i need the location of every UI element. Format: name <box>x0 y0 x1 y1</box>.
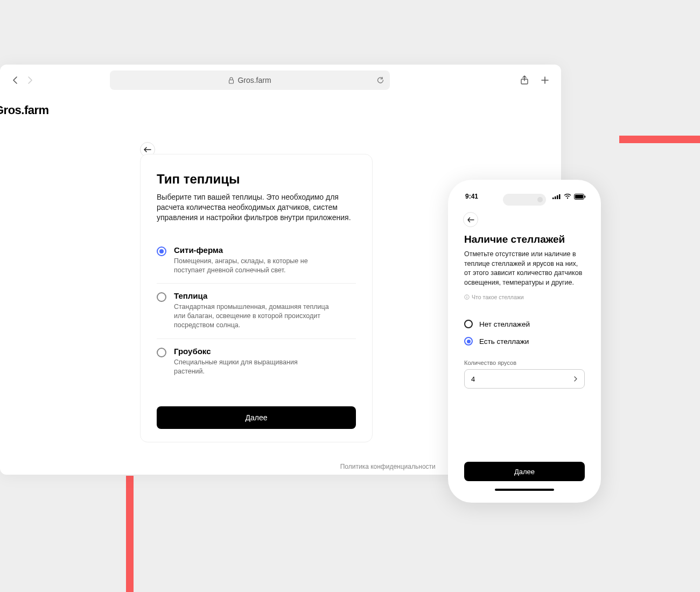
accent-bar-top <box>619 136 700 143</box>
refresh-button[interactable] <box>376 76 384 84</box>
radio-unselected-icon <box>464 320 473 328</box>
svg-rect-4 <box>557 195 558 199</box>
svg-rect-9 <box>585 195 586 198</box>
lock-icon <box>228 77 234 84</box>
radio-selected-icon <box>157 246 166 256</box>
dynamic-island <box>503 194 546 206</box>
brand-logo: Gros.farm <box>0 103 49 117</box>
option-greenhouse[interactable]: Теплица Стандартная промышленная, домашн… <box>157 284 356 339</box>
option-city-farm[interactable]: Сити-ферма Помещения, ангары, склады, в … <box>157 238 356 284</box>
card-title: Тип теплицы <box>157 172 356 187</box>
browser-back-button[interactable] <box>11 75 20 85</box>
privacy-link[interactable]: Политика конфиденциальности <box>340 463 436 470</box>
svg-rect-2 <box>552 198 554 199</box>
option-title: Теплица <box>174 291 330 300</box>
tiers-field-label: Количество ярусов <box>464 360 585 366</box>
tiers-select[interactable]: 4 <box>464 369 585 389</box>
option-subtitle: Стандартная промышленная, домашняя тепли… <box>174 302 330 330</box>
browser-toolbar: Gros.farm <box>0 65 561 96</box>
option-title: Гроубокс <box>174 347 330 356</box>
radio-selected-icon <box>464 337 473 346</box>
hint-text: Что такое стеллажи <box>472 294 524 300</box>
next-button[interactable]: Далее <box>157 406 356 429</box>
phone-option-label: Нет стеллажей <box>479 320 530 328</box>
card-description: Выберите тип вашей теплицы. Это необходи… <box>157 192 356 223</box>
svg-rect-12 <box>467 297 467 298</box>
phone-content: Наличие стеллажей Отметьте отсутствие ил… <box>456 227 593 389</box>
signal-icon <box>552 194 561 199</box>
refresh-icon <box>376 76 384 84</box>
phone-next-button[interactable]: Далее <box>464 462 585 481</box>
svg-point-6 <box>567 198 568 199</box>
phone-option-has-shelves[interactable]: Есть стеллажи <box>464 333 585 350</box>
plus-icon <box>541 76 549 84</box>
greenhouse-type-card: Тип теплицы Выберите тип вашей теплицы. … <box>140 154 373 442</box>
phone-title: Наличие стеллажей <box>464 234 585 245</box>
browser-forward-button[interactable] <box>25 75 34 85</box>
radio-unselected-icon <box>157 292 166 302</box>
arrow-left-icon <box>467 217 474 223</box>
phone-option-no-shelves[interactable]: Нет стеллажей <box>464 315 585 333</box>
phone-description: Отметьте отсутствие или наличие в теплиц… <box>464 250 585 287</box>
wifi-icon <box>564 194 571 199</box>
info-icon <box>464 294 470 300</box>
option-subtitle: Специальные ящики для выращивания растен… <box>174 358 330 376</box>
share-icon <box>520 75 529 85</box>
hint-link[interactable]: Что такое стеллажи <box>464 294 585 300</box>
chevron-left-icon <box>12 76 19 84</box>
share-button[interactable] <box>519 75 530 86</box>
chevron-right-icon <box>573 376 578 382</box>
arrow-left-icon <box>144 146 151 153</box>
svg-rect-8 <box>575 195 583 199</box>
chevron-right-icon <box>26 76 33 84</box>
home-indicator <box>495 489 554 491</box>
new-tab-button[interactable] <box>540 75 550 86</box>
radio-unselected-icon <box>157 348 166 357</box>
phone-mockup: 9:41 Наличие стеллажей Отметьте отсутств… <box>448 180 601 503</box>
address-bar[interactable]: Gros.farm <box>110 71 390 90</box>
svg-rect-3 <box>555 196 556 199</box>
phone-option-label: Есть стеллажи <box>479 337 529 346</box>
svg-point-11 <box>466 295 467 296</box>
tiers-value: 4 <box>471 375 475 383</box>
status-time: 9:41 <box>465 193 478 200</box>
svg-rect-0 <box>229 80 234 83</box>
option-title: Сити-ферма <box>174 245 330 255</box>
battery-icon <box>574 194 586 200</box>
option-subtitle: Помещения, ангары, склады, в которые не … <box>174 257 330 275</box>
url-text: Gros.farm <box>237 76 271 84</box>
accent-bar-bottom <box>126 476 134 592</box>
option-growbox[interactable]: Гроубокс Специальные ящики для выращиван… <box>157 339 356 385</box>
phone-back-button[interactable] <box>463 212 478 227</box>
svg-rect-5 <box>559 194 561 199</box>
